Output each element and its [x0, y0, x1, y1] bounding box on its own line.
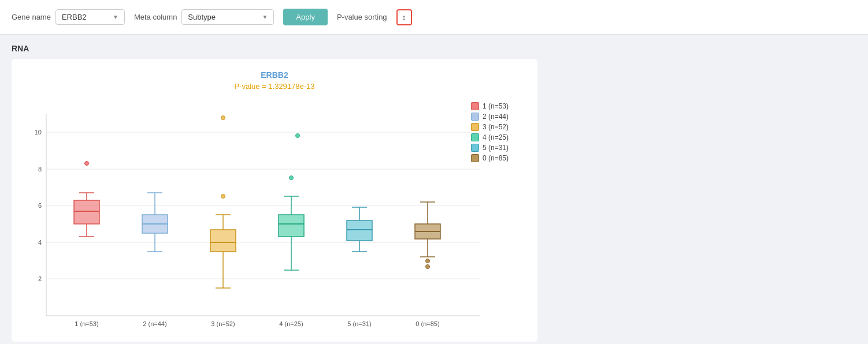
- svg-text:2: 2: [38, 275, 42, 282]
- meta-column-label: Meta column: [134, 13, 177, 21]
- chart-legend: 1 (n=53) 2 (n=44) 3 (n=52) 4 (n=25) 5 (n…: [471, 102, 529, 162]
- legend-label-3: 3 (n=52): [483, 123, 509, 131]
- legend-label-0: 0 (n=85): [483, 154, 509, 162]
- svg-text:2 (n=44): 2 (n=44): [143, 320, 166, 327]
- svg-point-59: [426, 265, 430, 269]
- svg-text:6: 6: [38, 202, 42, 209]
- boxplot-group-1: 1 (n=53): [74, 162, 99, 328]
- boxplot-group-5: 5 (n=31): [347, 207, 372, 327]
- meta-column-dropdown[interactable]: Subtype ▼: [181, 9, 274, 25]
- gene-name-group: Gene name ERBB2 ▼: [12, 9, 125, 25]
- svg-point-18: [85, 162, 89, 166]
- chart-card: ERBB2 P-value = 1.329178e-13: [12, 59, 537, 342]
- legend-label-2: 2 (n=44): [483, 113, 509, 121]
- boxplot-group-4: 4 (n=25): [279, 134, 304, 328]
- legend-label-5: 5 (n=31): [483, 144, 509, 152]
- svg-point-33: [221, 195, 225, 199]
- gene-name-label: Gene name: [12, 13, 51, 21]
- section-title: RNA: [12, 44, 856, 53]
- legend-item-5: 5 (n=31): [471, 144, 529, 152]
- legend-label-1: 1 (n=53): [483, 102, 509, 110]
- svg-text:5 (n=31): 5 (n=31): [347, 320, 371, 327]
- legend-item-0: 0 (n=85): [471, 154, 529, 162]
- boxplot-group-6: 0 (n=85): [415, 202, 440, 327]
- svg-point-42: [290, 176, 294, 180]
- svg-text:10: 10: [35, 129, 42, 136]
- gene-name-chevron-icon: ▼: [113, 14, 118, 20]
- gene-name-value: ERBB2: [62, 13, 109, 21]
- chart-title: ERBB2: [23, 70, 526, 80]
- svg-rect-47: [347, 220, 372, 241]
- svg-text:0 (n=85): 0 (n=85): [416, 320, 439, 327]
- svg-rect-14: [74, 200, 99, 224]
- top-bar: Gene name ERBB2 ▼ Meta column Subtype ▼ …: [0, 0, 868, 35]
- meta-column-value: Subtype: [188, 13, 258, 21]
- boxplot-group-3: 3 (n=52): [210, 116, 236, 328]
- legend-item-1: 1 (n=53): [471, 102, 529, 110]
- gene-name-dropdown[interactable]: ERBB2 ▼: [55, 9, 125, 25]
- legend-swatch-2: [471, 113, 479, 121]
- svg-text:3 (n=52): 3 (n=52): [211, 320, 235, 327]
- legend-label-4: 4 (n=25): [483, 133, 509, 141]
- svg-text:1 (n=53): 1 (n=53): [75, 320, 98, 327]
- svg-point-43: [296, 134, 300, 138]
- pvalue-sorting-label: P-value sorting: [337, 13, 387, 21]
- chart-pvalue: P-value = 1.329178e-13: [23, 82, 526, 91]
- legend-item-2: 2 (n=44): [471, 113, 529, 121]
- svg-point-58: [426, 259, 430, 263]
- sort-button[interactable]: ↕: [396, 9, 412, 25]
- svg-text:4 (n=25): 4 (n=25): [279, 320, 303, 327]
- legend-swatch-1: [471, 102, 479, 110]
- legend-swatch-0: [471, 154, 479, 162]
- legend-swatch-3: [471, 123, 479, 131]
- meta-column-group: Meta column Subtype ▼: [134, 9, 274, 25]
- svg-rect-29: [210, 230, 236, 252]
- svg-point-34: [221, 116, 225, 120]
- svg-rect-38: [279, 215, 304, 237]
- legend-item-4: 4 (n=25): [471, 133, 529, 141]
- boxplot-chart: 10 8 6 4 2: [23, 102, 485, 330]
- svg-text:8: 8: [38, 166, 42, 173]
- legend-item-3: 3 (n=52): [471, 123, 529, 131]
- boxplot-group-2: 2 (n=44): [142, 193, 168, 327]
- apply-button[interactable]: Apply: [283, 9, 328, 25]
- legend-swatch-5: [471, 144, 479, 152]
- svg-text:4: 4: [38, 239, 42, 246]
- legend-swatch-4: [471, 133, 479, 141]
- content-area: RNA ERBB2 P-value = 1.329178e-13: [0, 35, 868, 344]
- meta-column-chevron-icon: ▼: [262, 14, 268, 20]
